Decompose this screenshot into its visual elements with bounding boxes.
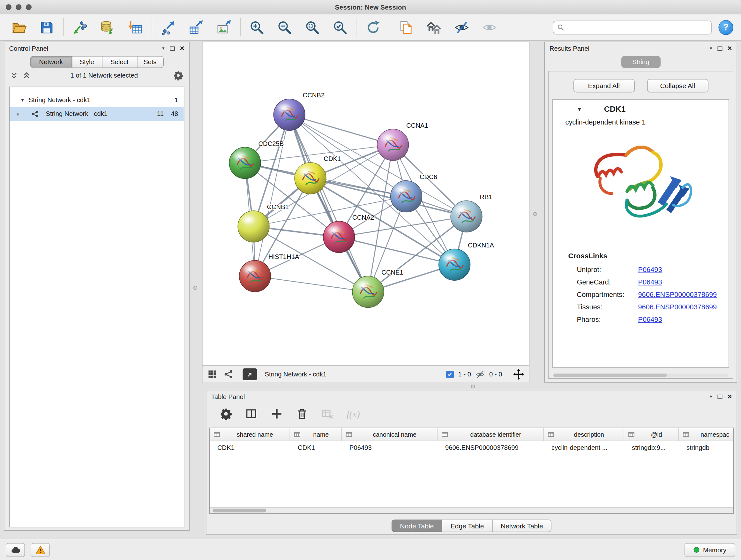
- network-node-RB1[interactable]: [451, 201, 482, 233]
- tab-node-table[interactable]: Node Table: [391, 520, 442, 532]
- crosslink-link[interactable]: P06493: [638, 266, 662, 273]
- grid-view-icon[interactable]: [207, 369, 218, 380]
- column-header-description[interactable]: description: [544, 428, 624, 441]
- crosslink-link[interactable]: 9606.ENSP00000378699: [638, 303, 717, 311]
- network-svg[interactable]: CCNB2CCNA1CDC25BCDK1CDC6RB1CCNB1CCNA2CDK…: [203, 42, 529, 366]
- tab-network[interactable]: Network: [30, 56, 72, 68]
- tab-edge-table[interactable]: Edge Table: [442, 520, 493, 532]
- float-panel-icon[interactable]: [718, 46, 722, 51]
- export-image-button[interactable]: [212, 16, 234, 38]
- memory-button[interactable]: Memory: [684, 543, 735, 557]
- network-overview-icon[interactable]: [224, 369, 234, 380]
- table-scrollbar-thumb[interactable]: [212, 509, 266, 512]
- import-network-database-button[interactable]: [96, 16, 118, 38]
- network-edge[interactable]: [255, 276, 368, 292]
- network-item-row[interactable]: ● String Network - cdk1 11 48: [10, 107, 184, 121]
- tab-style[interactable]: Style: [71, 56, 102, 68]
- save-session-button[interactable]: [36, 16, 57, 38]
- network-collection-row[interactable]: ▼ String Network - cdk1 1: [10, 93, 184, 107]
- minimize-window-button[interactable]: [16, 4, 22, 10]
- show-all-button[interactable]: [478, 16, 500, 38]
- network-options-gear-icon[interactable]: [173, 70, 184, 80]
- open-session-button[interactable]: [8, 16, 30, 38]
- copy-document-button[interactable]: [395, 16, 417, 38]
- float-panel-icon[interactable]: [170, 46, 175, 51]
- tab-sets[interactable]: Sets: [137, 56, 163, 68]
- network-edge[interactable]: [255, 115, 289, 276]
- toolbar-separator: [240, 18, 241, 37]
- zoom-window-button[interactable]: [26, 4, 31, 10]
- results-scrollbar-thumb[interactable]: [553, 374, 667, 377]
- table-options-gear-icon[interactable]: [220, 408, 232, 420]
- network-node-CCNA1[interactable]: [377, 129, 409, 161]
- column-header-name[interactable]: name: [290, 428, 342, 441]
- hide-selected-button[interactable]: [451, 16, 473, 38]
- network-node-CCNE1[interactable]: [352, 276, 384, 308]
- network-node-CDC25B[interactable]: [229, 147, 261, 179]
- network-node-CCNB1[interactable]: [238, 211, 269, 242]
- collapse-panel-icon[interactable]: ▾: [162, 46, 165, 51]
- network-canvas[interactable]: CCNB2CCNA1CDC25BCDK1CDC6RB1CCNB1CCNA2CDK…: [202, 42, 529, 366]
- column-header-namespac[interactable]: namespac: [679, 428, 734, 441]
- network-edge[interactable]: [289, 115, 393, 145]
- collapse-panel-icon[interactable]: ▾: [710, 394, 712, 399]
- column-header-canonical-name[interactable]: canonical name: [342, 428, 437, 441]
- network-node-CDKN1A[interactable]: [439, 249, 470, 281]
- selected-count-checkbox-icon[interactable]: [446, 370, 454, 378]
- crosslink-link[interactable]: P06493: [638, 316, 662, 323]
- protein-collapse-icon[interactable]: ▼: [577, 106, 582, 112]
- splitter-handle[interactable]: [471, 385, 475, 388]
- network-node-CCNA2[interactable]: [323, 221, 355, 253]
- zoom-in-button[interactable]: [246, 16, 268, 38]
- export-table-button[interactable]: [185, 16, 207, 38]
- import-table-file-button[interactable]: [124, 16, 146, 38]
- birdseye-toggle-button[interactable]: [243, 368, 257, 381]
- splitter-handle[interactable]: [193, 286, 197, 290]
- tab-select[interactable]: Select: [102, 56, 137, 68]
- zoom-out-button[interactable]: [273, 16, 295, 38]
- cloud-services-button[interactable]: [6, 543, 25, 557]
- splitter-handle[interactable]: [533, 212, 537, 216]
- expand-all-button[interactable]: Expand All: [573, 79, 634, 92]
- show-columns-icon[interactable]: [245, 408, 258, 420]
- float-panel-icon[interactable]: [718, 394, 722, 399]
- collapse-all-button[interactable]: Collapse All: [647, 79, 708, 92]
- network-node-CCNB2[interactable]: [273, 99, 305, 131]
- import-network-file-button[interactable]: [69, 16, 91, 38]
- pan-move-icon[interactable]: [513, 369, 524, 380]
- tab-string[interactable]: String: [621, 56, 660, 68]
- column-header-database-identifier[interactable]: database identifier: [437, 428, 544, 441]
- network-edge[interactable]: [339, 237, 455, 265]
- export-network-button[interactable]: [157, 16, 179, 38]
- zoom-fit-button[interactable]: [301, 16, 323, 38]
- delete-column-icon[interactable]: [296, 408, 308, 420]
- close-window-button[interactable]: [6, 4, 11, 10]
- warnings-button[interactable]: [30, 543, 50, 557]
- expand-all-networks-icon[interactable]: [23, 71, 31, 79]
- close-panel-icon[interactable]: ×: [180, 45, 184, 52]
- crosslink-link[interactable]: P06493: [638, 278, 662, 286]
- network-node-CDK1[interactable]: [294, 163, 326, 194]
- add-column-icon[interactable]: [271, 408, 283, 420]
- network-node-HIST1H1A[interactable]: [239, 260, 271, 292]
- column-header-shared-name[interactable]: shared name: [210, 428, 290, 441]
- table-row[interactable]: CDK1CDK1P064939606.ENSP00000378699cyclin…: [210, 441, 733, 454]
- results-scrollbar[interactable]: [553, 374, 728, 377]
- collapse-panel-icon[interactable]: ▾: [710, 46, 712, 51]
- close-panel-icon[interactable]: ×: [727, 393, 732, 400]
- network-node-CDC6[interactable]: [391, 181, 422, 212]
- network-edge[interactable]: [289, 115, 368, 292]
- search-input[interactable]: [567, 23, 708, 31]
- close-panel-icon[interactable]: ×: [727, 45, 732, 52]
- table-horizontal-scrollbar[interactable]: [210, 507, 733, 514]
- collapse-all-networks-icon[interactable]: [10, 71, 18, 79]
- refresh-view-button[interactable]: [362, 16, 384, 38]
- reset-view-button[interactable]: [423, 16, 445, 38]
- column-header--id[interactable]: @id: [624, 428, 679, 441]
- crosslink-link[interactable]: 9606.ENSP00000378699: [638, 291, 717, 299]
- help-button[interactable]: ?: [719, 20, 734, 35]
- zoom-selected-button[interactable]: [329, 16, 351, 38]
- collection-expand-icon[interactable]: ▼: [20, 98, 25, 103]
- tab-network-table[interactable]: Network Table: [492, 520, 552, 532]
- search-field[interactable]: [553, 20, 712, 35]
